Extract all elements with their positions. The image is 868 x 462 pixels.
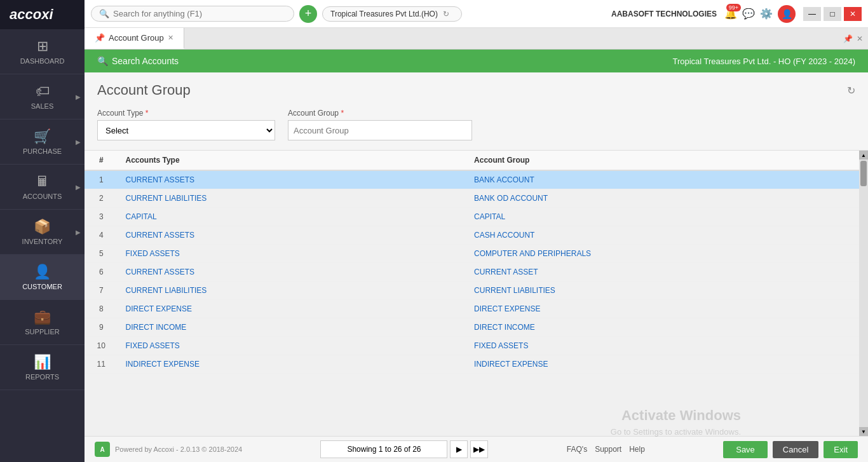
col-header-num: # — [85, 151, 118, 170]
col-header-edit — [815, 151, 837, 170]
search-bar[interactable]: 🔍 — [91, 6, 294, 22]
avatar[interactable]: 👤 — [778, 5, 796, 23]
table-row[interactable]: 11 INDIRECT EXPENSE INDIRECT EXPENSE — [85, 355, 859, 374]
add-button[interactable]: + — [299, 5, 317, 23]
cell-delete[interactable] — [837, 300, 859, 318]
tab-label: Account Group — [109, 33, 164, 43]
sidebar-item-customer[interactable]: 👤 CUSTOMER — [0, 255, 85, 300]
sidebar-item-accounts[interactable]: 🖩 ACCOUNTS ▶ — [0, 165, 85, 210]
form-refresh-button[interactable]: ↻ — [847, 85, 855, 97]
col-header-accounts-type: Accounts Type — [118, 151, 467, 170]
accounts-icon: 🖩 — [36, 173, 50, 190]
col-header-account-group: Account Group — [466, 151, 815, 170]
company-refresh-icon[interactable]: ↻ — [443, 10, 449, 18]
cell-edit[interactable] — [815, 245, 837, 263]
sidebar-item-purchase[interactable]: 🛒 PURCHASE ▶ — [0, 119, 85, 165]
cancel-button[interactable]: Cancel — [773, 441, 818, 458]
form-title-row: Account Group ↻ — [97, 82, 855, 99]
sidebar-item-sales[interactable]: 🏷 SALES ▶ — [0, 74, 85, 119]
inventory-icon: 📦 — [34, 219, 51, 235]
table-row[interactable]: 7 CURRENT LIABILITIES CURRENT LIABILITIE… — [85, 282, 859, 300]
page-header: 🔍 Search Accounts Tropical Treasures Pvt… — [85, 50, 868, 72]
scrollbar-thumb[interactable] — [860, 161, 867, 186]
table-row[interactable]: 8 DIRECT EXPENSE DIRECT EXPENSE — [85, 300, 859, 318]
support-link[interactable]: Support — [595, 445, 621, 454]
cell-delete[interactable] — [837, 318, 859, 337]
tab-account-group[interactable]: 📌 Account Group ✕ — [85, 28, 184, 49]
cell-delete[interactable] — [837, 282, 859, 300]
cell-delete[interactable] — [837, 189, 859, 208]
settings-icon[interactable]: ⚙️ — [760, 8, 773, 20]
notification-icon[interactable]: 🔔 99+ — [724, 8, 737, 20]
table-row[interactable]: 1 CURRENT ASSETS BANK ACCOUNT — [85, 170, 859, 189]
sidebar-item-supplier[interactable]: 💼 SUPPLIER — [0, 300, 85, 345]
minimize-button[interactable]: — — [803, 7, 821, 21]
cell-delete[interactable] — [837, 337, 859, 355]
next-page-button[interactable]: ▶ — [450, 440, 468, 458]
search-input[interactable] — [113, 9, 286, 18]
account-type-select[interactable]: Select Current Assets Current Liabilitie… — [97, 120, 275, 140]
cell-account-group: CURRENT LIABILITIES — [466, 282, 815, 300]
window-controls: — □ ✕ — [803, 7, 862, 21]
tab-close-icon[interactable]: ✕ — [168, 34, 173, 42]
tab-extra-pin: 📌 — [843, 34, 853, 43]
sidebar-item-dashboard[interactable]: ⊞ DASHBOARD — [0, 29, 85, 74]
cell-accounts-type: DIRECT EXPENSE — [118, 300, 467, 318]
cell-id: 5 — [85, 245, 118, 263]
purchase-arrow: ▶ — [76, 139, 81, 146]
cell-edit[interactable] — [815, 263, 837, 282]
last-page-button[interactable]: ▶▶ — [470, 440, 488, 458]
col-header-delete — [837, 151, 859, 170]
scroll-down-button[interactable]: ▼ — [859, 427, 868, 436]
cell-account-group: FIXED ASSETS — [466, 337, 815, 355]
table-row[interactable]: 5 FIXED ASSETS COMPUTER AND PERIPHERALS — [85, 245, 859, 263]
sidebar-label-sales: SALES — [31, 102, 53, 110]
save-button[interactable]: Save — [723, 441, 768, 458]
maximize-button[interactable]: □ — [824, 7, 841, 21]
table-row[interactable]: 3 CAPITAL CAPITAL — [85, 208, 859, 226]
exit-button[interactable]: Exit — [824, 441, 858, 458]
cell-delete[interactable] — [837, 170, 859, 189]
cell-edit[interactable] — [815, 337, 837, 355]
cell-delete[interactable] — [837, 245, 859, 263]
cell-accounts-type: CAPITAL — [118, 208, 467, 226]
scroll-up-button[interactable]: ▲ — [859, 151, 868, 160]
search-accounts-button[interactable]: 🔍 Search Accounts — [97, 56, 179, 66]
sidebar-item-reports[interactable]: 📊 REPORTS — [0, 345, 85, 390]
cell-edit[interactable] — [815, 300, 837, 318]
cell-edit[interactable] — [815, 226, 837, 245]
table-row[interactable]: 2 CURRENT LIABILITIES BANK OD ACCOUNT — [85, 189, 859, 208]
cell-delete[interactable] — [837, 263, 859, 282]
cell-accounts-type: FIXED ASSETS — [118, 245, 467, 263]
tab-extra-close[interactable]: ✕ — [857, 34, 863, 43]
footer-powered: A Powered by Accoxi - 2.0.13 © 2018-2024 — [95, 442, 242, 457]
faq-link[interactable]: FAQ's — [567, 445, 587, 454]
table-row[interactable]: 9 DIRECT INCOME DIRECT INCOME — [85, 318, 859, 337]
cell-edit[interactable] — [815, 189, 837, 208]
table-row[interactable]: 10 FIXED ASSETS FIXED ASSETS — [85, 337, 859, 355]
search-accounts-icon: 🔍 — [97, 56, 108, 66]
account-group-input[interactable] — [288, 120, 472, 140]
cell-edit[interactable] — [815, 208, 837, 226]
cell-edit[interactable] — [815, 355, 837, 374]
search-icon: 🔍 — [99, 9, 109, 18]
cell-account-group: COMPUTER AND PERIPHERALS — [466, 245, 815, 263]
table-row[interactable]: 4 CURRENT ASSETS CASH ACCOUNT — [85, 226, 859, 245]
cell-edit[interactable] — [815, 282, 837, 300]
form-area: Account Group ↻ Account Type * Select Cu… — [85, 72, 868, 151]
cell-edit[interactable] — [815, 318, 837, 337]
sidebar-item-inventory[interactable]: 📦 INVENTORY ▶ — [0, 210, 85, 255]
chat-icon[interactable]: 💬 — [742, 8, 755, 20]
dashboard-icon: ⊞ — [37, 38, 48, 55]
sidebar-label-accounts: ACCOUNTS — [23, 193, 62, 200]
cell-edit[interactable] — [815, 170, 837, 189]
cell-id: 9 — [85, 318, 118, 337]
help-link[interactable]: Help — [629, 445, 645, 454]
cell-delete[interactable] — [837, 355, 859, 374]
company-selector[interactable]: Tropical Treasures Pvt Ltd.(HO) ↻ — [322, 6, 462, 22]
table-row[interactable]: 6 CURRENT ASSETS CURRENT ASSET — [85, 263, 859, 282]
close-button[interactable]: ✕ — [844, 7, 862, 21]
cell-delete[interactable] — [837, 208, 859, 226]
cell-delete[interactable] — [837, 226, 859, 245]
cell-accounts-type: INDIRECT EXPENSE — [118, 355, 467, 374]
